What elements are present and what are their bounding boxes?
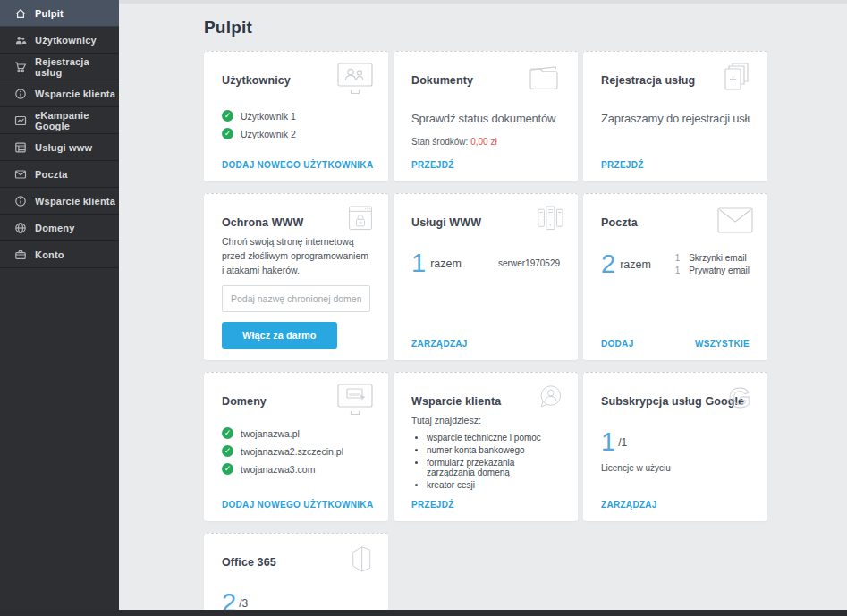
support-bullet: wsparcie techniczne i pomoc bbox=[427, 433, 560, 443]
domain-name: twojanazwa3.com bbox=[241, 464, 315, 475]
mail-all-link[interactable]: WSZYSTKIE bbox=[695, 339, 750, 349]
protection-description: Chroń swoją stronę internetową przed zło… bbox=[222, 235, 370, 277]
users-icon bbox=[14, 34, 27, 46]
svg-text:G: G bbox=[729, 383, 750, 414]
card-users: Użytkownicy Użytkownik 1 Użytkownik 2 DO… bbox=[204, 51, 388, 181]
documents-go-link[interactable]: PRZEJDŹ bbox=[411, 160, 454, 170]
table-icon bbox=[14, 141, 27, 154]
sidebar-item-konto[interactable]: Konto bbox=[0, 241, 119, 268]
sidebar-item-rejestracja-uslug[interactable]: Rejestracja usług bbox=[0, 54, 119, 80]
card-documents: Dokumenty Sprawdź status dokumentów Stan… bbox=[394, 51, 578, 181]
info-icon bbox=[14, 195, 27, 207]
svg-text:www: www bbox=[348, 392, 360, 397]
domains-monitor-icon: www bbox=[335, 382, 377, 418]
domain-name: twojanazwa2.szczecin.pl bbox=[241, 446, 343, 457]
domain-name: twojanazwa.pl bbox=[241, 428, 300, 439]
globe-icon bbox=[14, 222, 27, 234]
domain-row: twojanazwa2.szczecin.pl bbox=[222, 445, 370, 457]
domain-row: twojanazwa.pl bbox=[222, 427, 370, 439]
protected-domain-input[interactable] bbox=[222, 285, 370, 312]
card-www-services: Usługi WWW 1 razem serwer1970529 ZARZĄDZ… bbox=[394, 193, 578, 360]
card-www-protection: Ochrona WWW Chroń swoją stronę interneto… bbox=[204, 193, 388, 360]
card-office365: Office 365 2 /3 Licencje przypisane do u… bbox=[204, 533, 388, 616]
sidebar-item-label: Wsparcie klienta bbox=[35, 196, 115, 207]
domains-add-link[interactable]: DODAJ NOWEGO UŻYTKOWNIKA bbox=[222, 500, 373, 510]
office-licenses-total: /3 bbox=[239, 597, 248, 610]
folder-icon bbox=[525, 61, 566, 97]
balance-row: Stan środków: 0,00 zł bbox=[411, 137, 560, 147]
registration-go-link[interactable]: PRZEJDŹ bbox=[601, 160, 644, 170]
home-icon bbox=[14, 7, 27, 20]
cart-icon bbox=[14, 61, 27, 73]
sidebar-item-ekampanie-google[interactable]: eKampanie Google bbox=[0, 107, 119, 134]
bottom-bar bbox=[0, 610, 847, 616]
server-name: serwer1970529 bbox=[498, 258, 560, 268]
add-new-user-link[interactable]: DODAJ NOWEGO UŻYTKOWNIKA bbox=[222, 160, 373, 170]
mail-type-count: 1 bbox=[671, 253, 680, 263]
services-count: 1 bbox=[411, 250, 426, 276]
servers-icon bbox=[533, 202, 567, 236]
support-bullet: formularz przekazania zarządzania domeną bbox=[427, 458, 560, 477]
info-icon bbox=[14, 88, 27, 100]
check-circle-icon bbox=[222, 110, 233, 122]
check-circle-icon bbox=[222, 445, 233, 457]
check-circle-icon bbox=[222, 128, 233, 139]
sidebar-item-label: Wsparcie klienta bbox=[35, 89, 115, 99]
user-name: Użytkownik 2 bbox=[241, 129, 296, 139]
card-domains: www Domeny twojanazwa.pl twojanazwa2.szc… bbox=[204, 372, 388, 521]
registration-invite-message: Zapraszamy do rejestracji usług bbox=[601, 112, 750, 125]
user-row: Użytkownik 2 bbox=[222, 128, 370, 139]
google-licenses-label: Licencje w użyciu bbox=[601, 463, 750, 473]
sidebar-item-label: Poczta bbox=[35, 169, 68, 180]
mail-breakdown-row: 1 Prywatny email bbox=[671, 266, 750, 275]
mail-type-count: 1 bbox=[671, 266, 680, 275]
briefcase-icon bbox=[14, 249, 27, 261]
support-bullet: kreator cesji bbox=[427, 480, 560, 490]
sidebar-item-pulpit[interactable]: Pulpit bbox=[0, 0, 119, 27]
user-row: Użytkownik 1 bbox=[222, 110, 370, 122]
sidebar-item-uzytkownicy[interactable]: Użytkownicy bbox=[0, 27, 119, 54]
sidebar-item-label: Konto bbox=[35, 249, 64, 260]
mail-count: 2 bbox=[601, 251, 615, 277]
card-google-subscription: G Subskrypcja usług Google 1 /1 Licencje… bbox=[583, 372, 767, 521]
support-bullet-list: wsparcie techniczne i pomoc numer konta … bbox=[427, 430, 560, 493]
sidebar-item-label: Domeny bbox=[35, 223, 75, 233]
sidebar-item-label: Usługi www bbox=[35, 142, 92, 153]
sidebar: Pulpit Użytkownicy Rejestracja usług Wsp… bbox=[0, 0, 119, 616]
mail-type-label: Skrzynki email bbox=[689, 253, 746, 263]
support-bubble-icon bbox=[533, 381, 567, 415]
user-list: Użytkownik 1 Użytkownik 2 bbox=[222, 110, 370, 146]
chart-icon bbox=[14, 114, 27, 127]
mail-count-label: razem bbox=[620, 258, 651, 271]
sidebar-item-poczta[interactable]: Poczta bbox=[0, 161, 119, 188]
domain-list: twojanazwa.pl twojanazwa2.szczecin.pl tw… bbox=[222, 427, 370, 481]
sidebar-item-wsparcie-klienta-2[interactable]: Wsparcie klienta bbox=[0, 188, 119, 215]
sidebar-item-wsparcie-klienta-1[interactable]: Wsparcie klienta bbox=[0, 80, 119, 107]
sidebar-item-label: Rejestracja usług bbox=[35, 56, 119, 78]
mail-add-link[interactable]: DODAJ bbox=[601, 339, 634, 349]
dashboard-grid: Użytkownicy Użytkownik 1 Użytkownik 2 DO… bbox=[204, 51, 847, 616]
balance-value: 0,00 zł bbox=[470, 137, 496, 147]
mail-breakdown-row: 1 Skrzynki email bbox=[671, 253, 750, 263]
user-name: Użytkownik 1 bbox=[241, 111, 296, 122]
support-bullet: numer konta bankowego bbox=[427, 445, 560, 455]
documents-status-message: Sprawdź status dokumentów bbox=[411, 112, 560, 125]
enable-free-button[interactable]: Włącz za darmo bbox=[222, 322, 337, 349]
card-mail: Poczta 2 razem 1 Skrzynki email 1 Prywat… bbox=[583, 193, 767, 360]
sidebar-item-label: eKampanie Google bbox=[35, 110, 119, 131]
sidebar-item-uslugi-www[interactable]: Usługi www bbox=[0, 134, 119, 161]
sidebar-item-domeny[interactable]: Domeny bbox=[0, 215, 119, 241]
pages-plus-icon bbox=[715, 61, 756, 97]
card-support: Wsparcie klienta Tutaj znajdziesz: wspar… bbox=[394, 372, 578, 521]
sidebar-item-label: Pulpit bbox=[35, 8, 64, 19]
office-logo-icon bbox=[343, 542, 377, 576]
check-circle-icon bbox=[222, 427, 233, 439]
mail-icon bbox=[14, 168, 27, 181]
check-circle-icon bbox=[222, 463, 233, 475]
google-licenses-total: /1 bbox=[618, 436, 627, 449]
support-go-link[interactable]: PRZEJDŹ bbox=[411, 500, 454, 510]
google-manage-link[interactable]: ZARZĄDZAJ bbox=[601, 500, 657, 510]
domain-row: twojanazwa3.com bbox=[222, 463, 370, 475]
services-manage-link[interactable]: ZARZĄDZAJ bbox=[411, 339, 468, 349]
support-intro: Tutaj znajdziesz: bbox=[411, 415, 560, 426]
